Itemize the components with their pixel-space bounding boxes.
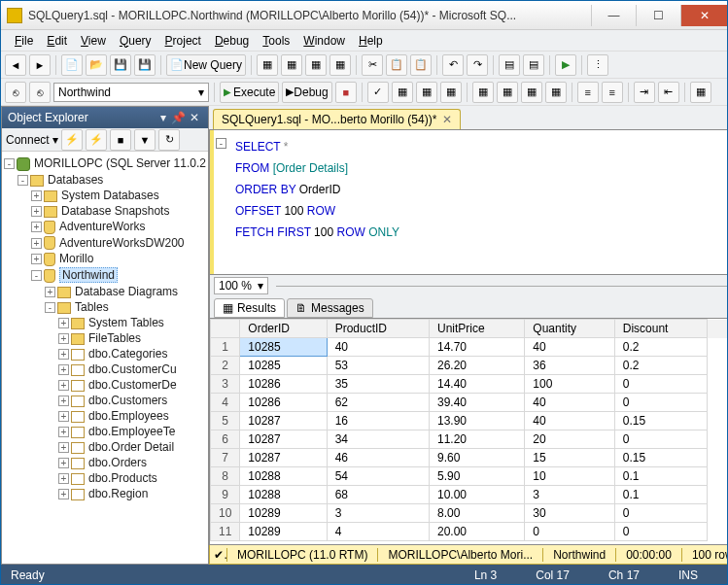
connect-tb-d[interactable]: ▼ [134,129,156,151]
cell[interactable]: 40 [525,338,614,357]
cell[interactable]: 4 [210,394,239,412]
menu-view[interactable]: View [75,32,112,50]
cell[interactable]: 10 [525,467,614,486]
undo-button[interactable]: ↶ [442,54,464,76]
cell[interactable]: 10.00 [430,486,525,504]
tb2-j[interactable]: ≡ [577,82,599,103]
cell[interactable]: 20 [525,430,614,449]
debug-button[interactable]: ▶ Debug [282,82,331,103]
cell[interactable]: 0 [614,504,707,523]
tree-sysdb[interactable]: System Databases [61,189,159,202]
tab-results[interactable]: ▦ Results [214,298,285,318]
tb2-b[interactable]: ⎋ [29,82,51,103]
tree-systables[interactable]: System Tables [88,316,164,329]
cell[interactable]: 9.60 [430,449,525,467]
save-all-button[interactable]: 💾 [134,54,156,76]
menu-project[interactable]: Project [159,32,207,50]
cell[interactable]: 8 [210,467,239,486]
tb-btn-d[interactable]: ▦ [329,54,351,76]
cell[interactable]: 14.40 [430,375,525,394]
tab-messages[interactable]: 🗎 Messages [287,298,373,318]
cell[interactable]: 11 [210,523,239,541]
tree-databases[interactable]: Databases [48,173,103,187]
col-orderid[interactable]: OrderID [240,320,327,338]
indent-button[interactable]: ⇥ [634,82,655,103]
cut-button[interactable]: ✂ [362,54,383,76]
zoom-selector[interactable]: 100 %▾ [214,277,268,294]
cell[interactable]: 34 [327,430,429,449]
redo-button[interactable]: ↷ [467,54,488,76]
cell[interactable]: 16 [327,412,429,430]
menu-tools[interactable]: Tools [257,32,295,50]
new-project-button[interactable]: 📄 [61,54,83,76]
connect-button[interactable]: Connect ▾ [6,133,58,147]
cell[interactable]: 10289 [240,504,327,523]
new-query-button[interactable]: 📄 New Query [166,54,246,76]
outdent-button[interactable]: ⇤ [658,82,679,103]
cell[interactable]: 10289 [240,523,327,541]
tree-employeete[interactable]: dbo.EmployeeTe [88,425,175,438]
tb2-c[interactable]: ▦ [392,82,413,103]
tb2-k[interactable]: ≡ [602,82,623,103]
table-row[interactable]: 810288545.90100.1 [210,467,728,486]
tree-northwind[interactable]: Northwind [59,267,118,283]
cell[interactable]: 11.20 [430,430,525,449]
cell[interactable]: 0.1 [614,467,707,486]
cell[interactable]: 4 [327,523,429,541]
nav-fwd-button[interactable]: ► [29,54,51,76]
sql-editor[interactable]: - SELECT * FROM [Order Details] ORDER BY… [209,129,728,275]
cell[interactable]: 13.90 [430,412,525,430]
cell[interactable]: 0 [614,394,707,412]
cell[interactable]: 0.15 [614,412,707,430]
tree-tables[interactable]: Tables [75,300,109,314]
cell[interactable]: 10286 [240,375,327,394]
cell[interactable]: 7 [210,449,239,467]
cell[interactable]: 0 [614,430,707,449]
cell[interactable]: 5 [210,412,239,430]
cell[interactable]: 14.70 [430,338,525,357]
cell[interactable]: 15 [525,449,614,467]
col-unitprice[interactable]: UnitPrice [430,320,525,338]
cell[interactable]: 53 [327,357,429,375]
results-grid[interactable]: OrderID ProductID UnitPrice Quantity Dis… [209,318,728,545]
cell[interactable]: 10286 [240,394,327,412]
cell[interactable]: 10287 [240,412,327,430]
connect-tb-b[interactable]: ⚡ [86,129,107,151]
tb2-i[interactable]: ▦ [545,82,567,103]
table-row[interactable]: 6102873411.20200 [210,430,728,449]
tree-filetables[interactable]: FileTables [88,331,141,345]
connect-tb-e[interactable]: ↻ [158,129,180,151]
cell[interactable]: 2 [210,357,239,375]
cell[interactable]: 9 [210,486,239,504]
open-button[interactable]: 📂 [86,54,107,76]
cell[interactable]: 54 [327,467,429,486]
tree-awdw[interactable]: AdventureWorksDW200 [59,236,185,250]
cell[interactable]: 62 [327,394,429,412]
table-row[interactable]: 9102886810.0030.1 [210,486,728,504]
tree-customercu[interactable]: dbo.CustomerCu [88,362,177,376]
tree-customers[interactable]: dbo.Customers [88,394,167,407]
table-row[interactable]: 1102854014.70400.2 [210,338,728,357]
tree-region[interactable]: dbo.Region [88,487,148,500]
menu-query[interactable]: Query [114,32,157,50]
table-row[interactable]: 101028938.00300 [210,504,728,523]
cell[interactable]: 0 [525,523,614,541]
tb2-a[interactable]: ⎋ [5,82,26,103]
cell[interactable]: 0.1 [614,486,707,504]
table-row[interactable]: 1110289420.0000 [210,523,728,541]
col-productid[interactable]: ProductID [327,320,429,338]
cell[interactable]: 3 [327,504,429,523]
tb2-f[interactable]: ▦ [472,82,494,103]
tree-aw[interactable]: AdventureWorks [59,220,145,233]
cell[interactable]: 5.90 [430,467,525,486]
parse-button[interactable]: ✓ [367,82,389,103]
tb-btn-b[interactable]: ▦ [281,54,302,76]
cell[interactable]: 3 [525,486,614,504]
menu-edit[interactable]: Edit [41,32,73,50]
cell[interactable]: 40 [525,412,614,430]
tb2-g[interactable]: ▦ [497,82,518,103]
cell[interactable]: 0 [614,375,707,394]
table-row[interactable]: 710287469.60150.15 [210,449,728,467]
cell[interactable]: 0.15 [614,449,707,467]
panel-dropdown-icon[interactable]: ▾ [156,111,171,124]
